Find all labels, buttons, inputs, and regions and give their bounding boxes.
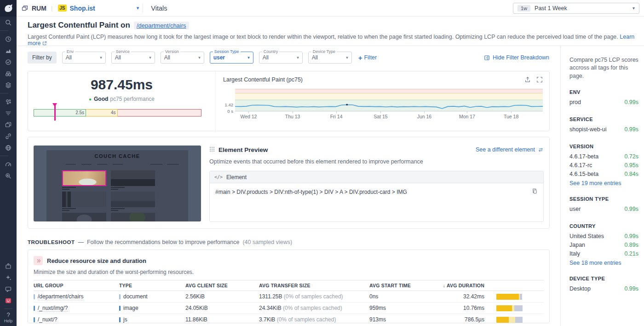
table-row: /_nuxt/img/?image24.05KiB24.34KiB (0% of… — [34, 303, 544, 314]
troubleshoot-text: Follow the recommendations below to impr… — [87, 239, 239, 245]
column-header-type[interactable]: TYPE — [119, 283, 185, 288]
breakdown-section-country: COUNTRYUnited States0.99sJapan0.89sItaly… — [569, 223, 638, 266]
filter-dropdown-device-type[interactable]: Device TypeAll▾ — [308, 52, 352, 64]
url-group-link[interactable]: /_nuxt/? — [38, 316, 58, 323]
sidebar-item-puzzle[interactable] — [0, 260, 17, 272]
start-time-cell: 913ms — [369, 316, 439, 323]
breakdown-section-session-type: SESSION TYPEuser0.99s — [569, 196, 638, 214]
mock-product-grid — [62, 170, 155, 221]
sidebar-item-speedometer[interactable] — [0, 158, 17, 170]
sidebar-item-bar-chart[interactable] — [0, 45, 17, 56]
copy-icon — [532, 188, 538, 194]
sidebar-item-binoculars[interactable] — [0, 68, 17, 79]
resource-table: URL GROUPTYPEAVG CLIENT SIZEAVG TRANSFER… — [34, 280, 544, 323]
time-range-label: Past 1 Week — [535, 5, 567, 12]
mock-nav-right — [150, 164, 179, 165]
time-range-badge: 1w — [518, 5, 530, 12]
breakdown-row[interactable]: 4.6.17-rc0.95s — [569, 161, 638, 170]
filter-dropdown-session-type[interactable]: Session Typeuser▾ — [210, 52, 253, 64]
sidebar-item-link[interactable] — [0, 130, 17, 142]
start-time-cell: 0ns — [369, 293, 439, 300]
hide-filter-breakdown-button[interactable]: Hide Filter Breakdown — [484, 54, 549, 61]
rum-app-label[interactable]: RUM — [21, 5, 46, 12]
sidebar-item-dot-cluster[interactable] — [0, 96, 17, 107]
sidebar-item-dog-alert[interactable] — [0, 295, 17, 306]
breakdown-row[interactable]: user0.99s — [569, 205, 638, 214]
filter-dropdown-country[interactable]: CountryAll▾ — [259, 52, 303, 64]
start-time-cell: 959ms — [369, 305, 439, 311]
left-nav-sidebar: ? Help — [0, 0, 17, 326]
duration-bar — [496, 294, 523, 300]
view-path-chip[interactable]: /department/chairs — [134, 22, 189, 29]
breakdown-section-version: VERSION4.6.17-beta0.72s4.6.17-rc0.95s4.6… — [569, 144, 638, 186]
url-group-cell: /department/chairs — [34, 293, 119, 300]
description-text: Largest Contentful Paint (LCP) measures … — [28, 34, 618, 40]
filter-dropdown-version[interactable]: VersionAll▾ — [161, 52, 204, 64]
sidebar-item-layers[interactable] — [0, 79, 17, 91]
duration-bar-segment — [496, 294, 519, 300]
export-icon[interactable] — [524, 76, 531, 83]
url-group-link[interactable]: /_nuxt/img/? — [38, 305, 68, 312]
breakdown-section-header: VERSION — [569, 144, 638, 149]
see-more-entries-link[interactable]: See 19 more entries — [569, 180, 638, 186]
service-selector[interactable]: JS Shop.ist ▾ — [58, 5, 139, 12]
column-header-avg-duration[interactable]: ↓AVG DURATION — [439, 283, 484, 288]
topbar-pipe: | — [51, 5, 52, 12]
duration-bar-segment — [496, 305, 512, 311]
breakdown-row[interactable]: United States0.99s — [569, 232, 638, 241]
sidebar-item-search-gear[interactable] — [0, 170, 17, 181]
see-more-entries-link[interactable]: See 18 more entries — [569, 260, 638, 266]
breakdown-section-env: ENVprod0.99s — [569, 89, 638, 107]
transfer-size-value: 1311.25B — [259, 293, 284, 300]
breakdown-tag-value: 0.72s — [624, 153, 638, 160]
see-different-element-link[interactable]: See a different element — [476, 146, 544, 153]
breakdown-row[interactable]: shopist-web-ui0.99s — [569, 125, 638, 134]
breakdown-tag-value: 0.99s — [624, 126, 638, 133]
breakdown-row[interactable]: Italy0.21s — [569, 250, 638, 258]
content-row: Filter by EnvAll▾ServiceAll▾VersionAll▾S… — [17, 46, 644, 326]
binoculars-icon — [5, 70, 12, 77]
sidebar-divider — [0, 93, 8, 93]
breakdown-tag-name: shopist-web-ui — [569, 126, 607, 133]
lcp-value: 987.45ms — [28, 77, 215, 93]
tab-vitals[interactable]: Vitals — [151, 5, 167, 12]
sidebar-bottom-icons — [0, 260, 17, 306]
rum-frames-icon — [21, 5, 29, 12]
breakdown-row[interactable]: 4.6.17-beta0.72s — [569, 152, 638, 161]
filter-dropdown-service[interactable]: ServiceAll▾ — [111, 52, 155, 64]
time-range-picker[interactable]: 1w Past 1 Week ▾ — [513, 3, 639, 14]
sidebar-item-filter-lines[interactable] — [0, 107, 17, 119]
filter-dropdown-env[interactable]: EnvAll▾ — [62, 52, 106, 64]
sidebar-item-chat-bubble[interactable] — [0, 283, 17, 295]
sidebar-item-help[interactable]: ? Help — [4, 311, 13, 323]
duration-bar-segment — [496, 317, 509, 323]
filter-dropdown-label: Session Type — [213, 49, 241, 54]
breakdown-row[interactable]: prod0.99s — [569, 98, 638, 107]
sidebar-item-browser-frames[interactable] — [0, 119, 17, 130]
sidebar-item-search[interactable] — [0, 17, 17, 28]
breakdown-section-device-type: DEVICE TYPEDesktop0.99s — [569, 276, 638, 293]
mock-product-lcp-highlight — [62, 170, 106, 190]
column-header-url-group[interactable]: URL GROUP — [34, 283, 119, 288]
breakdown-row[interactable]: Desktop0.99s — [569, 285, 638, 293]
column-header-avg-client-size[interactable]: AVG CLIENT SIZE — [185, 283, 259, 288]
transfer-size-cell: 3.7KiB (0% of samples cached) — [259, 316, 369, 323]
sidebar-divider — [0, 30, 8, 31]
chevron-down-icon: ▾ — [346, 55, 348, 60]
datadog-logo[interactable] — [0, 0, 17, 17]
copy-button[interactable] — [532, 188, 538, 196]
recommendation-title: Reduce resource size and duration — [47, 257, 146, 264]
type-cell: image — [119, 305, 185, 311]
url-group-link[interactable]: /department/chairs — [38, 293, 83, 300]
breakdown-row[interactable]: 4.6.15-beta0.84s — [569, 170, 638, 179]
breakdown-row[interactable]: Japan0.89s — [569, 241, 638, 250]
sidebar-item-check-gauge[interactable] — [0, 56, 17, 68]
sidebar-item-globe[interactable] — [0, 142, 17, 153]
column-header-avg-transfer-size[interactable]: AVG TRANSFER SIZE — [259, 283, 369, 288]
column-header-avg-start-time[interactable]: AVG START TIME — [369, 283, 439, 288]
sidebar-item-sparkles[interactable] — [0, 272, 17, 283]
expand-icon[interactable] — [536, 76, 543, 83]
sidebar-item-history[interactable] — [0, 33, 17, 45]
transfer-size-cell: 24.34KiB (0% of samples cached) — [259, 305, 369, 311]
add-filter-button[interactable]: + Filter — [358, 54, 377, 62]
